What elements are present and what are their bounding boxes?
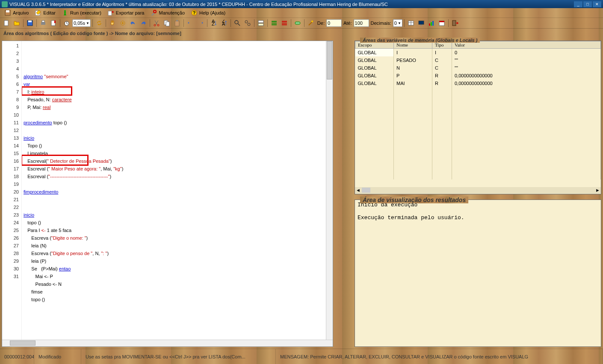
code-line[interactable]: fimse <box>24 288 326 296</box>
code-line[interactable]: topo () <box>24 296 326 303</box>
code-line[interactable] <box>24 203 326 211</box>
monitor-button[interactable] <box>417 18 426 28</box>
find-button[interactable] <box>233 18 242 28</box>
code-line[interactable] <box>24 180 326 188</box>
code-line[interactable]: Escreva ("Digite o nome: ") <box>24 234 326 242</box>
cut-button[interactable] <box>152 18 161 28</box>
redo-button[interactable] <box>139 18 148 28</box>
code-line[interactable] <box>24 196 326 203</box>
code-line[interactable] <box>24 303 326 311</box>
code-line[interactable]: algoritmo "semnome" <box>24 73 326 80</box>
code-editor[interactable]: 1234567891011121314151617181920212223242… <box>2 41 333 340</box>
code-line[interactable]: leia (P) <box>24 257 326 265</box>
de-input[interactable]: 0 <box>326 19 342 27</box>
code-line[interactable]: inicio <box>24 211 326 219</box>
table-button[interactable] <box>406 18 416 28</box>
undo-button[interactable] <box>128 18 138 28</box>
menu-editar[interactable]: Editar <box>32 9 58 17</box>
svg-rect-39 <box>432 21 434 26</box>
ate-label: Até: <box>343 21 353 26</box>
status-hint: Use as setas pra MOVIMENTAR-SE ou <<Ctrl… <box>81 349 276 364</box>
indent-right-button[interactable] <box>196 18 205 28</box>
table-row <box>355 149 601 156</box>
code-line[interactable]: I: inteiro <box>24 88 326 96</box>
hand-button[interactable] <box>108 18 117 28</box>
code-line[interactable]: Limpatela <box>24 150 326 157</box>
window-title: VISUALG 3.0.6.5 * Interpretador e Editor… <box>9 2 574 7</box>
timer-button[interactable] <box>62 18 71 28</box>
code-line[interactable]: var <box>24 80 326 88</box>
time-combo[interactable]: 0,05s▼ <box>72 19 91 27</box>
svg-text:A: A <box>222 21 225 26</box>
maximize-button[interactable]: □ <box>583 1 592 7</box>
table-row[interactable]: GLOBALMAIR0,0000000000000 <box>355 79 601 87</box>
code-line[interactable]: Para I <- 1 ate 5 faca <box>24 226 326 234</box>
code-line[interactable]: inicio <box>24 134 326 142</box>
exit-button[interactable] <box>450 18 460 28</box>
sort-desc-button[interactable]: ZA <box>219 18 229 28</box>
svg-rect-8 <box>4 21 8 26</box>
title-bar: VISUALG 3.0.6.5 * Interpretador e Editor… <box>0 0 603 8</box>
indent-left-button[interactable] <box>186 18 195 28</box>
find-next-button[interactable] <box>243 18 252 28</box>
variables-hscrollbar[interactable]: ◄► <box>355 187 601 194</box>
menu-arquivo[interactable]: Arquivo <box>2 9 31 17</box>
code-line[interactable]: Escreva ("Digite o penso de ", N, ": ") <box>24 250 326 257</box>
decimais-combo[interactable]: 0▼ <box>393 19 402 27</box>
copy-button[interactable] <box>162 18 171 28</box>
toggle-button[interactable] <box>293 18 302 28</box>
code-line[interactable]: Escreval (" Maior Peso ate agora: ", Mai… <box>24 165 326 173</box>
code-line[interactable]: Pesado, N: caractere <box>24 96 326 103</box>
code-line[interactable]: procedimento topo () <box>24 119 326 126</box>
svg-point-5 <box>154 10 156 13</box>
replace-button[interactable] <box>256 18 266 28</box>
code-line[interactable]: Topo () <box>24 142 326 150</box>
comment-button[interactable] <box>269 18 279 28</box>
print-button[interactable] <box>38 18 48 28</box>
wand-button[interactable] <box>306 18 316 28</box>
calendar-button[interactable] <box>437 18 446 28</box>
uncomment-button[interactable] <box>280 18 289 28</box>
bookmark-button[interactable] <box>49 18 58 28</box>
menu-run[interactable]: Run (executar) <box>59 9 104 17</box>
minimize-button[interactable]: _ <box>574 1 582 7</box>
editor-hscrollbar[interactable] <box>2 340 333 346</box>
code-line[interactable]: topo () <box>24 219 326 226</box>
code-line[interactable] <box>24 126 326 134</box>
output-content[interactable]: Início da execução Execução terminada pe… <box>355 200 601 346</box>
table-row <box>355 118 601 126</box>
table-row[interactable]: GLOBALPESADOC"" <box>355 56 601 64</box>
table-row[interactable]: GLOBALNC"" <box>355 64 601 72</box>
menu-help[interactable]: ? Help (Ajuda) <box>188 9 228 17</box>
svg-point-30 <box>248 23 250 26</box>
code-line[interactable]: Mai <- P <box>24 273 326 280</box>
table-row[interactable]: GLOBALII0 <box>355 49 601 56</box>
svg-rect-12 <box>42 21 44 22</box>
svg-point-19 <box>157 24 159 26</box>
code-line[interactable]: Se (P>Mai) entao <box>24 265 326 273</box>
code-line[interactable] <box>24 111 326 119</box>
refresh-button[interactable] <box>95 18 104 28</box>
table-row[interactable]: GLOBALPR0,0000000000000 <box>355 72 601 79</box>
code-line[interactable]: fimprocedimento <box>24 188 326 196</box>
chart-button[interactable] <box>427 18 436 28</box>
variables-table[interactable]: Escopo Nome Tipo Valor GLOBALII0GLOBALPE… <box>355 41 601 187</box>
sort-asc-button[interactable]: AZ <box>209 18 219 28</box>
menu-manutencao[interactable]: Manutenção <box>148 9 187 17</box>
code-line[interactable]: leia (N) <box>24 242 326 250</box>
code-line[interactable]: P, Mai: real <box>24 103 326 111</box>
menu-exportar[interactable]: Exportar para <box>105 9 147 17</box>
code-area[interactable]: algoritmo "semnome"var I: inteiro Pesado… <box>22 41 326 340</box>
open-button[interactable] <box>12 18 21 28</box>
paste-button[interactable] <box>172 18 182 28</box>
save-button[interactable] <box>25 18 35 28</box>
editor-vscrollbar[interactable] <box>326 41 333 340</box>
code-line[interactable]: Escreval ("-----------------------------… <box>24 173 326 180</box>
ate-input[interactable]: 100 <box>354 19 369 27</box>
new-button[interactable] <box>2 18 11 28</box>
target-button[interactable] <box>118 18 127 28</box>
close-button[interactable]: ✕ <box>593 1 601 7</box>
code-line[interactable]: Pesado <- N <box>24 280 326 288</box>
svg-point-18 <box>154 24 156 26</box>
code-line[interactable]: Escreval(" Detector de Pessoa Pesada") <box>24 157 326 165</box>
